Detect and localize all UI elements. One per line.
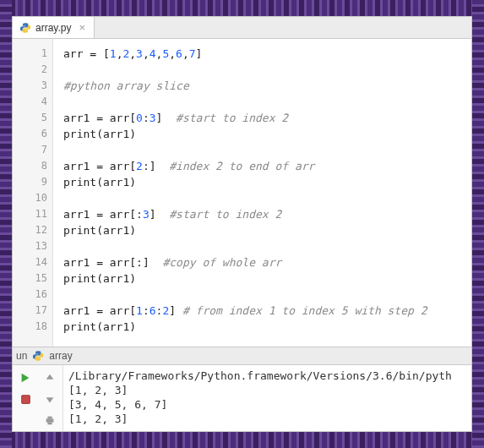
token-num: 0 <box>136 112 143 124</box>
run-header-prefix: un <box>16 350 27 362</box>
code-line[interactable]: #python array slice <box>63 78 471 94</box>
token-num: 4 <box>150 47 156 60</box>
code-line[interactable]: print(arr1) <box>63 222 471 238</box>
console-output[interactable]: /Library/Frameworks/Python.framework/Ver… <box>63 365 471 431</box>
code-line[interactable]: print(arr1) <box>63 174 471 190</box>
token-brk: ( <box>96 272 103 285</box>
code-line[interactable] <box>63 238 471 254</box>
token-com: #copy of whole arr <box>162 256 281 269</box>
line-number: 9 <box>13 174 47 190</box>
token-var: arr1 <box>63 160 90 172</box>
code-editor[interactable]: 123456789101112131415161718 arr = [1,2,3… <box>13 39 471 347</box>
token-com: #index 2 to end of arr <box>169 160 314 172</box>
code-line[interactable]: print(arr1) <box>63 126 471 142</box>
token-brk: ] <box>169 304 176 317</box>
line-number: 10 <box>13 190 47 206</box>
editor-tab-filename: array.py <box>35 22 71 34</box>
code-line[interactable] <box>63 62 471 78</box>
token-brk: ( <box>96 320 103 333</box>
line-number: 12 <box>13 222 47 238</box>
code-line[interactable]: arr1 = arr[1:6:2] # from index 1 to inde… <box>63 303 471 319</box>
run-console: /Library/Frameworks/Python.framework/Ver… <box>13 365 471 431</box>
token-brk: ) <box>129 176 136 188</box>
console-line: [3, 4, 5, 6, 7] <box>68 397 466 412</box>
code-line[interactable] <box>63 190 471 206</box>
console-line: [1, 2, 3] <box>68 383 466 397</box>
code-area[interactable]: arr = [1,2,3,4,5,6,7] #python array slic… <box>53 39 471 347</box>
decorative-border-left <box>0 0 12 448</box>
token-num: 1 <box>110 47 117 60</box>
token-brk: ( <box>96 224 103 237</box>
svg-rect-1 <box>46 418 54 422</box>
decorative-border-bottom <box>0 432 484 448</box>
token-var: arr1 <box>63 304 90 317</box>
token-num: 7 <box>189 47 196 60</box>
line-number: 11 <box>13 206 47 222</box>
token-var: arr1 <box>63 256 90 269</box>
token-brk: ] <box>150 160 156 172</box>
line-number: 2 <box>13 62 47 78</box>
token-fn: print <box>63 224 96 237</box>
code-line[interactable]: arr1 = arr[:] #copy of whole arr <box>63 254 471 270</box>
code-line[interactable]: arr1 = arr[:3] #start to index 2 <box>63 206 471 222</box>
code-line[interactable] <box>63 287 471 303</box>
stop-button[interactable] <box>14 390 36 408</box>
rerun-button[interactable] <box>14 369 36 387</box>
scroll-up-button[interactable] <box>39 369 61 387</box>
token-brk: ( <box>96 176 103 188</box>
token-op: = <box>90 304 109 317</box>
line-number: 7 <box>13 142 47 158</box>
code-line[interactable]: print(arr1) <box>63 270 471 287</box>
token-var <box>156 208 170 221</box>
token-com: #python array slice <box>63 79 189 92</box>
line-number: 5 <box>13 110 47 126</box>
code-line[interactable]: arr1 = arr[2:] #index 2 to end of arr <box>63 158 471 174</box>
token-var: arr <box>110 256 129 269</box>
toolbar-extra-1[interactable] <box>14 411 36 429</box>
token-num: 3 <box>143 208 150 221</box>
line-number: 14 <box>13 254 47 270</box>
line-number: 15 <box>13 270 47 287</box>
token-fn: print <box>63 320 96 333</box>
token-brk: ) <box>129 272 136 285</box>
token-com: #start to index 2 <box>169 208 281 221</box>
token-brk: [ <box>129 304 136 317</box>
line-number: 18 <box>13 319 47 335</box>
token-op: = <box>90 112 109 124</box>
token-pun: , <box>182 47 189 60</box>
code-line[interactable]: arr1 = arr[0:3] #start to index 2 <box>63 110 471 126</box>
token-brk: ) <box>129 224 136 237</box>
token-var: arr <box>110 112 129 124</box>
token-brk: [ <box>129 256 136 269</box>
code-line[interactable] <box>63 94 471 110</box>
token-fn: print <box>63 176 96 188</box>
token-brk: [ <box>129 160 136 172</box>
python-file-icon <box>19 22 31 34</box>
code-line[interactable] <box>63 142 471 158</box>
run-tool-header: un array <box>13 347 471 365</box>
token-var: arr1 <box>63 112 90 124</box>
token-pun: , <box>169 47 176 60</box>
token-var <box>156 160 170 172</box>
code-line[interactable]: print(arr1) <box>63 319 471 335</box>
token-var <box>150 256 163 269</box>
token-op: = <box>90 208 109 221</box>
ide-window: array.py × 123456789101112131415161718 a… <box>12 16 472 432</box>
editor-tab-array[interactable]: array.py × <box>13 17 95 38</box>
scroll-down-button[interactable] <box>39 390 61 408</box>
print-button[interactable] <box>39 411 61 429</box>
python-icon <box>32 350 44 362</box>
svg-rect-0 <box>21 395 30 403</box>
token-var: arr <box>110 208 129 221</box>
close-icon[interactable]: × <box>79 21 85 34</box>
svg-rect-3 <box>47 423 52 425</box>
token-var: arr1 <box>103 272 129 285</box>
token-pun: : <box>143 112 150 124</box>
token-num: 6 <box>176 47 182 60</box>
token-var <box>162 112 176 124</box>
svg-rect-2 <box>47 417 52 419</box>
code-line[interactable]: arr = [1,2,3,4,5,6,7] <box>63 46 471 62</box>
token-brk: ) <box>129 320 136 333</box>
editor-tabbar: array.py × <box>13 17 471 39</box>
decorative-border-top <box>0 0 484 16</box>
